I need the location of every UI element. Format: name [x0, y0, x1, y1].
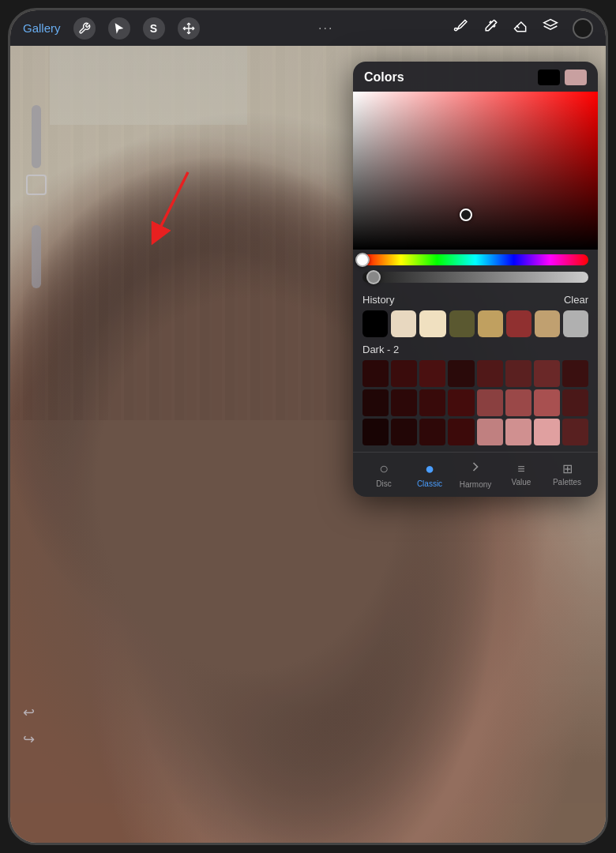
redo-icon[interactable]: ↪	[23, 731, 35, 748]
palette-swatch-20[interactable]	[477, 419, 503, 445]
palette-swatch-9[interactable]	[391, 389, 417, 416]
svg-line-0	[156, 172, 188, 235]
colors-panel: Colors History Clear	[353, 62, 598, 497]
tab-disc[interactable]: ○ Disc	[361, 460, 407, 488]
history-label: History	[362, 294, 394, 306]
history-swatch-7[interactable]	[563, 310, 588, 337]
history-swatch-6[interactable]	[535, 310, 560, 337]
history-swatch-5[interactable]	[506, 310, 531, 337]
palette-swatch-15[interactable]	[562, 389, 588, 416]
hue-slider[interactable]	[362, 254, 588, 265]
history-swatch-0[interactable]	[362, 310, 388, 337]
tab-harmony[interactable]: Harmony	[453, 459, 498, 489]
palette-swatch-6[interactable]	[534, 360, 560, 387]
classic-label: Classic	[417, 479, 442, 488]
panel-title: Colors	[364, 70, 404, 85]
eyedropper-icon[interactable]	[483, 18, 498, 38]
background-swatch[interactable]	[565, 70, 587, 85]
palette-swatch-2[interactable]	[419, 360, 445, 387]
palette-swatch-23[interactable]	[562, 419, 588, 445]
disc-icon: ○	[379, 460, 389, 478]
gray-slider[interactable]	[362, 272, 588, 283]
toolbar-center: ···	[200, 21, 453, 36]
opacity-slider-container	[353, 270, 598, 289]
cursor-icon[interactable]	[108, 17, 130, 39]
palette-swatch-22[interactable]	[534, 419, 560, 445]
svg-marker-3	[544, 20, 558, 26]
wrench-icon[interactable]	[73, 17, 96, 39]
palette-section: Dark - 2	[353, 340, 598, 452]
red-arrow	[133, 164, 212, 259]
clear-button[interactable]: Clear	[564, 294, 588, 306]
palette-swatch-5[interactable]	[505, 360, 531, 387]
brush-size-slider[interactable]	[32, 105, 41, 168]
foreground-swatch[interactable]	[538, 70, 560, 85]
more-options[interactable]: ···	[318, 21, 333, 36]
palette-swatch-13[interactable]	[505, 389, 531, 416]
active-color-swatch[interactable]	[573, 18, 593, 39]
palettes-icon: ⊞	[562, 461, 573, 476]
transform-icon[interactable]	[178, 17, 200, 39]
left-sidebar	[17, 105, 56, 288]
hue-thumb[interactable]	[355, 253, 370, 267]
hue-slider-container	[353, 250, 598, 270]
selection-icon[interactable]: S	[143, 17, 165, 39]
tab-palettes[interactable]: ⊞ Palettes	[544, 461, 590, 487]
palette-swatch-21[interactable]	[505, 419, 531, 445]
palette-swatch-1[interactable]	[391, 360, 417, 387]
opacity-slider-sidebar[interactable]	[32, 225, 41, 288]
palette-swatch-14[interactable]	[534, 389, 560, 416]
disc-label: Disc	[376, 479, 391, 488]
ipad-frame: Gallery S ·	[8, 8, 608, 845]
sidebar-shape-tool[interactable]	[26, 175, 47, 195]
top-toolbar: Gallery S ·	[10, 10, 606, 46]
panel-color-swatches	[538, 70, 587, 85]
gradient-picker-dot[interactable]	[460, 209, 472, 221]
bottom-left-icons: ↩ ↪	[23, 704, 35, 748]
history-swatch-4[interactable]	[478, 310, 503, 337]
history-swatch-2[interactable]	[419, 310, 446, 337]
palette-swatch-7[interactable]	[562, 360, 588, 387]
history-colors	[362, 310, 588, 337]
value-icon: ≡	[517, 462, 524, 476]
gallery-button[interactable]: Gallery	[23, 21, 61, 35]
palette-swatch-17[interactable]	[391, 419, 417, 445]
gray-thumb[interactable]	[366, 270, 381, 284]
tab-value[interactable]: ≡ Value	[498, 462, 544, 487]
toolbar-right	[453, 18, 593, 39]
brush-icon[interactable]	[453, 18, 468, 38]
history-swatch-1[interactable]	[391, 310, 416, 337]
toolbar-left: Gallery S	[23, 17, 200, 39]
classic-icon: ●	[425, 460, 434, 478]
layers-icon[interactable]	[543, 18, 558, 38]
value-label: Value	[512, 478, 531, 487]
history-header: History Clear	[362, 294, 588, 306]
panel-tabs: ○ Disc ● Classic Harmony ≡ Value ⊞	[353, 452, 598, 497]
palette-swatch-11[interactable]	[448, 389, 474, 416]
palette-swatch-16[interactable]	[362, 419, 389, 445]
tab-classic[interactable]: ● Classic	[407, 460, 453, 488]
palette-swatch-12[interactable]	[477, 389, 503, 416]
palette-swatch-10[interactable]	[419, 389, 445, 416]
panel-header: Colors	[353, 62, 598, 92]
palette-swatch-8[interactable]	[362, 389, 389, 416]
harmony-label: Harmony	[460, 480, 492, 489]
palette-swatch-0[interactable]	[362, 360, 389, 387]
color-gradient-picker[interactable]	[353, 92, 598, 250]
palette-swatch-4[interactable]	[477, 360, 503, 387]
harmony-icon	[468, 459, 483, 479]
eraser-icon[interactable]	[513, 18, 528, 38]
palette-swatch-19[interactable]	[448, 419, 474, 445]
palette-swatch-18[interactable]	[419, 419, 445, 445]
palette-label: Dark - 2	[362, 344, 588, 355]
history-section: History Clear	[353, 289, 598, 340]
palette-swatch-3[interactable]	[448, 360, 474, 387]
undo-icon[interactable]: ↩	[23, 704, 35, 721]
history-swatch-3[interactable]	[449, 310, 475, 337]
palettes-label: Palettes	[553, 478, 581, 487]
palette-grid	[362, 360, 588, 445]
